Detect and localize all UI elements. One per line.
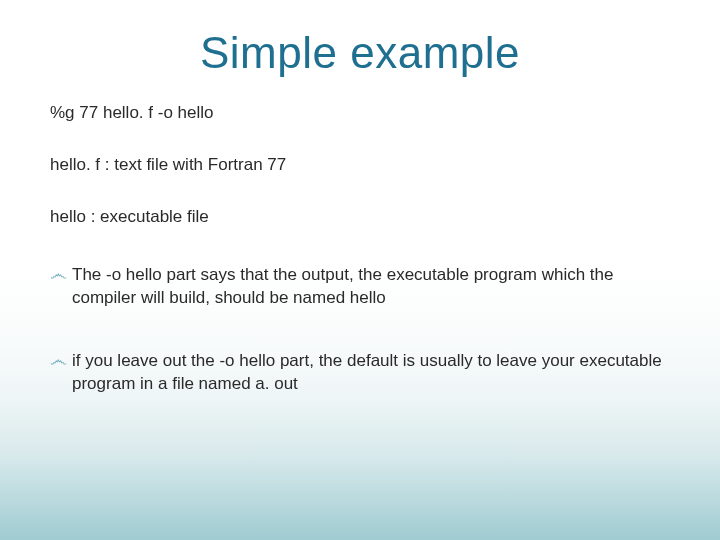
command-line: %g 77 hello. f -o hello — [50, 102, 670, 124]
bullet-list: ෴ The -o hello part says that the output… — [50, 264, 670, 396]
swirl-bullet-icon: ෴ — [50, 350, 72, 372]
bullet-text: The -o hello part says that the output, … — [72, 264, 670, 310]
slide-title: Simple example — [50, 28, 670, 78]
list-item: ෴ if you leave out the -o hello part, th… — [50, 350, 670, 396]
description-line-2: hello : executable file — [50, 206, 670, 228]
list-item: ෴ The -o hello part says that the output… — [50, 264, 670, 310]
swirl-bullet-icon: ෴ — [50, 264, 72, 286]
description-line-1: hello. f : text file with Fortran 77 — [50, 154, 670, 176]
bullet-text: if you leave out the -o hello part, the … — [72, 350, 670, 396]
slide: Simple example %g 77 hello. f -o hello h… — [0, 0, 720, 540]
